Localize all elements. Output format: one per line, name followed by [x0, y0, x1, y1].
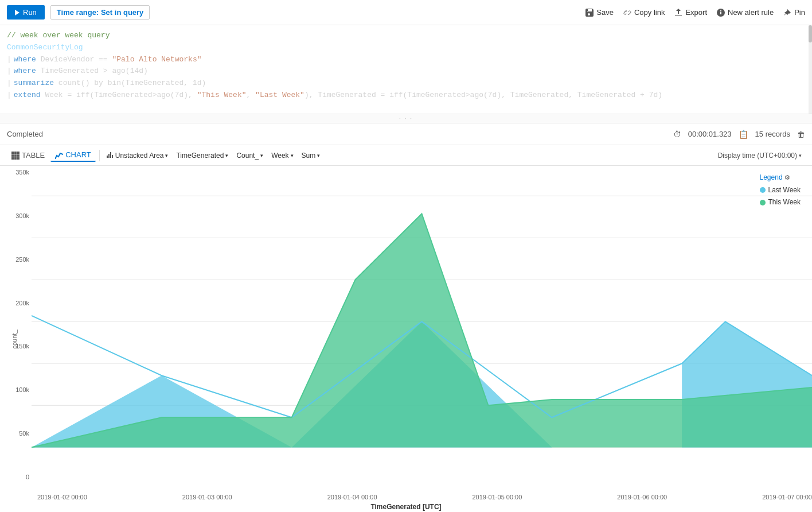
- display-time-chevron: ▾: [799, 153, 802, 158]
- x-axis-dropdown[interactable]: TimeGenerated ▾: [173, 150, 232, 161]
- x-axis-chevron: ▾: [225, 153, 228, 158]
- chart-container: count_ Legend ⚙ Last Week This Week: [0, 166, 812, 512]
- status-bar: Completed ⏱ 00:00:01.323 📋 15 records 🗑: [0, 123, 812, 145]
- chart-type-dropdown[interactable]: Unstacked Area ▾: [103, 150, 172, 161]
- save-label: Save: [596, 8, 614, 17]
- pin-button[interactable]: Pin: [783, 8, 805, 17]
- aggregation-chevron: ▾: [317, 153, 320, 158]
- y-tick-250k: 250k: [0, 256, 29, 263]
- y-tick-350k: 350k: [0, 169, 29, 176]
- svg-rect-6: [11, 157, 14, 160]
- time-range-prefix: Time range:: [57, 8, 99, 17]
- save-button[interactable]: Save: [585, 8, 614, 17]
- copy-link-label: Copy link: [634, 8, 665, 17]
- records-icon: 📋: [739, 130, 748, 139]
- display-time-label: Display time (UTC+00:00): [718, 152, 797, 160]
- svg-rect-5: [17, 154, 19, 157]
- separator-1: [99, 150, 100, 161]
- chart-view-button[interactable]: CHART: [50, 149, 96, 162]
- status-left: Completed: [7, 130, 43, 138]
- status-right: ⏱ 00:00:01.323 📋 15 records 🗑: [673, 130, 805, 139]
- toolbar-right: Save Copy link Export New alert rule Pin: [585, 8, 805, 17]
- x-axis-label: TimeGenerated: [176, 152, 224, 160]
- code-line-5: |summarize count() by bin(TimeGenerated,…: [7, 77, 805, 90]
- editor-scrollbar[interactable]: [809, 25, 812, 114]
- status-duration: 00:00:01.323: [688, 130, 732, 138]
- split-by-chevron: ▾: [291, 153, 294, 158]
- x-axis-title: TimeGenerated [UTC]: [0, 502, 812, 511]
- x-label-0106: 2019-01-06 00:00: [617, 494, 667, 501]
- table-icon: [11, 152, 19, 160]
- export-button[interactable]: Export: [674, 8, 707, 17]
- display-time-dropdown[interactable]: Display time (UTC+00:00) ▾: [715, 150, 805, 161]
- code-line-6: |extend Week = iff(TimeGenerated>ago(7d)…: [7, 90, 805, 102]
- split-by-label: Week: [271, 152, 288, 160]
- export-icon: [674, 8, 683, 17]
- y-axis-ticks: 350k 300k 250k 200k 150k 100k 50k 0: [0, 166, 32, 483]
- export-label: Export: [685, 8, 707, 17]
- delete-icon[interactable]: 🗑: [797, 130, 805, 139]
- results-right: Display time (UTC+00:00) ▾: [715, 150, 805, 161]
- x-label-0107: 2019-01-07 00:00: [762, 494, 812, 501]
- run-label: Run: [23, 8, 37, 17]
- split-by-dropdown[interactable]: Week ▾: [268, 150, 296, 161]
- save-icon: [585, 8, 594, 17]
- code-line-2: CommonSecurityLog: [7, 42, 805, 54]
- y-axis-dropdown[interactable]: Count_ ▾: [233, 150, 267, 161]
- results-toolbar: TABLE CHART Unstacked Area ▾ TimeGenerat…: [0, 145, 812, 166]
- x-label-0104: 2019-01-04 00:00: [327, 494, 377, 501]
- new-alert-label: New alert rule: [728, 8, 774, 17]
- table-view-button[interactable]: TABLE: [7, 149, 49, 161]
- copy-link-button[interactable]: Copy link: [623, 8, 665, 17]
- code-line-1: // week over week query: [7, 30, 805, 42]
- y-tick-50k: 50k: [0, 430, 29, 437]
- svg-rect-3: [11, 154, 14, 157]
- aggregation-label: Sum: [302, 152, 316, 160]
- chart-type-chevron: ▾: [165, 153, 168, 158]
- x-label-0102: 2019-01-02 00:00: [37, 494, 87, 501]
- svg-rect-4: [14, 154, 17, 157]
- main-toolbar: Run Time range: Set in query Save Copy l…: [0, 0, 812, 25]
- status-records: 15 records: [755, 130, 790, 138]
- new-alert-icon: [716, 8, 725, 17]
- time-range-button[interactable]: Time range: Set in query: [50, 5, 150, 20]
- x-label-0105: 2019-01-05 00:00: [472, 494, 522, 501]
- copy-link-icon: [623, 8, 632, 17]
- chart-type-icon: [107, 152, 114, 159]
- code-line-3: |where DeviceVendor == "Palo Alto Networ…: [7, 54, 805, 66]
- status-completed: Completed: [7, 130, 43, 138]
- svg-rect-1: [14, 152, 17, 154]
- y-tick-150k: 150k: [0, 343, 29, 350]
- x-axis-labels: 2019-01-02 00:00 2019-01-03 00:00 2019-0…: [32, 494, 812, 501]
- x-label-0103: 2019-01-03 00:00: [182, 494, 232, 501]
- clock-icon: ⏱: [673, 130, 681, 139]
- run-button[interactable]: Run: [7, 5, 45, 20]
- chart-icon: [55, 151, 63, 159]
- y-tick-100k: 100k: [0, 386, 29, 393]
- table-label: TABLE: [22, 151, 45, 160]
- y-axis-label: Count_: [236, 152, 259, 160]
- chart-svg: [32, 166, 812, 483]
- y-tick-300k: 300k: [0, 212, 29, 219]
- aggregation-dropdown[interactable]: Sum ▾: [298, 150, 324, 161]
- code-editor[interactable]: // week over week query CommonSecurityLo…: [0, 25, 812, 114]
- play-icon: [15, 10, 19, 15]
- y-axis-chevron: ▾: [260, 153, 263, 158]
- y-tick-200k: 200k: [0, 300, 29, 307]
- toolbar-left: Run Time range: Set in query: [7, 5, 150, 20]
- pin-label: Pin: [794, 8, 805, 17]
- code-line-4: |where TimeGenerated > ago(14d): [7, 65, 805, 77]
- main-content: // week over week query CommonSecurityLo…: [0, 25, 812, 512]
- svg-rect-7: [14, 157, 17, 160]
- svg-rect-8: [17, 157, 19, 160]
- svg-rect-2: [17, 152, 19, 154]
- new-alert-rule-button[interactable]: New alert rule: [716, 8, 774, 17]
- resize-handle[interactable]: · · ·: [0, 114, 812, 123]
- svg-rect-0: [11, 152, 14, 154]
- chart-label: CHART: [65, 150, 91, 159]
- time-range-value: Set in query: [101, 8, 143, 17]
- results-left: TABLE CHART Unstacked Area ▾ TimeGenerat…: [7, 149, 323, 162]
- pin-icon: [783, 8, 792, 17]
- chart-type-label: Unstacked Area: [115, 152, 164, 160]
- y-tick-0: 0: [0, 474, 29, 480]
